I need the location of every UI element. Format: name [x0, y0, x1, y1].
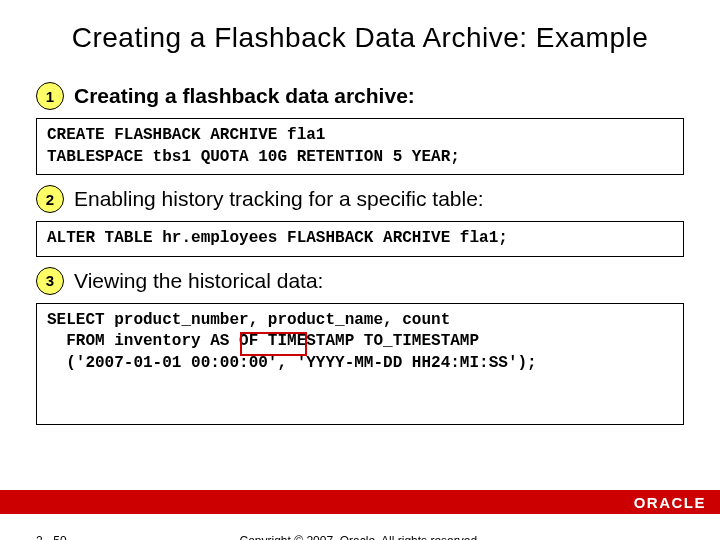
step-badge: 3 [36, 267, 64, 295]
highlight-box [240, 332, 307, 356]
slide-title: Creating a Flashback Data Archive: Examp… [0, 22, 720, 54]
step-1: 1 Creating a flashback data archive: [36, 82, 684, 110]
footer-text: 2 - 50 Copyright © 2007, Oracle. All rig… [0, 534, 720, 540]
page-number: 2 - 50 [36, 534, 67, 540]
code-box-2: ALTER TABLE hr.employees FLASHBACK ARCHI… [36, 221, 684, 257]
slide: Creating a Flashback Data Archive: Examp… [0, 22, 720, 540]
footer-bar: ORACLE [0, 490, 720, 514]
code-box-3: SELECT product_number, product_name, cou… [36, 303, 684, 425]
step-3: 3 Viewing the historical data: [36, 267, 684, 295]
step-label: Creating a flashback data archive: [74, 84, 415, 108]
step-2: 2 Enabling history tracking for a specif… [36, 185, 684, 213]
oracle-logo: ORACLE [634, 494, 706, 511]
code-box-1: CREATE FLASHBACK ARCHIVE fla1 TABLESPACE… [36, 118, 684, 175]
step-badge: 2 [36, 185, 64, 213]
step-label: Enabling history tracking for a specific… [74, 187, 484, 211]
slide-content: 1 Creating a flashback data archive: CRE… [0, 82, 720, 425]
step-label: Viewing the historical data: [74, 269, 323, 293]
step-badge: 1 [36, 82, 64, 110]
copyright-text: Copyright © 2007, Oracle. All rights res… [0, 534, 720, 540]
